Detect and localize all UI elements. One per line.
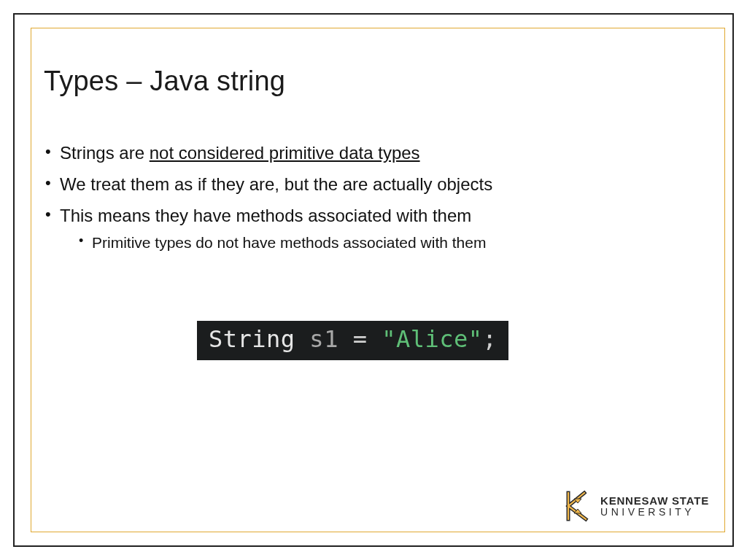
bullet-text-pre: We treat them as if they are, but the ar… (60, 174, 492, 194)
sub-bullet-list: Primitive types do not have methods asso… (60, 231, 703, 255)
bullet-list: Strings are not considered primitive dat… (44, 139, 703, 254)
logo-line-2: UNIVERSITY (600, 507, 709, 517)
code-token-var: s1 (309, 325, 338, 353)
ksu-logo-icon (564, 490, 593, 522)
logo-text: KENNESAW STATE UNIVERSITY (600, 495, 709, 517)
list-item: This means they have methods associated … (44, 202, 703, 254)
code-token-type: String (209, 325, 295, 353)
code-token-semi: ; (483, 325, 498, 353)
slide-content: Types – Java string Strings are not cons… (44, 66, 703, 259)
code-token-string: "Alice" (382, 325, 482, 353)
sub-bullet-text: Primitive types do not have methods asso… (92, 234, 486, 251)
bullet-text-underlined: not considered primitive data types (150, 143, 420, 163)
logo-line-1: KENNESAW STATE (600, 495, 709, 506)
bullet-text-pre: Strings are (60, 143, 150, 163)
university-logo: KENNESAW STATE UNIVERSITY (564, 490, 709, 522)
list-item: Strings are not considered primitive dat… (44, 139, 703, 166)
list-item: We treat them as if they are, but the ar… (44, 171, 703, 198)
slide-title: Types – Java string (44, 66, 703, 97)
bullet-text-pre: This means they have methods associated … (60, 206, 471, 225)
list-item: Primitive types do not have methods asso… (60, 231, 703, 255)
code-snippet: String s1 = "Alice"; (197, 321, 508, 360)
code-token-op: = (353, 325, 368, 353)
